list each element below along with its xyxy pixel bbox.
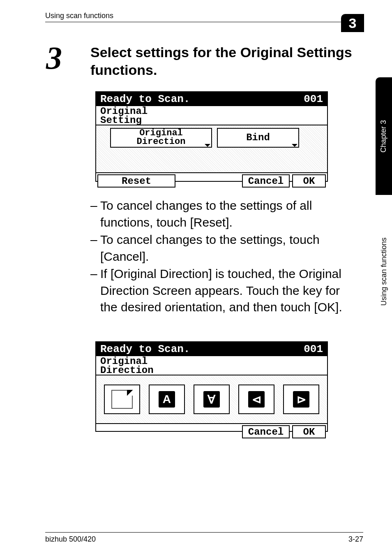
chapter-badge: 3: [341, 14, 364, 32]
dash-icon: –: [90, 197, 100, 231]
lcd-titlebar: Ready to Scan. 001: [96, 92, 327, 106]
side-tab-chapter: Chapter 3: [376, 77, 392, 195]
ok-button[interactable]: OK: [292, 425, 326, 438]
instruction-list: – To cancel changes to the settings of a…: [90, 197, 359, 317]
page-portrait-icon: [111, 390, 133, 409]
page-header: Using scan functions 3: [45, 12, 363, 22]
lcd-subtitle-line2: Setting: [100, 116, 323, 125]
lcd-footer: Reset Cancel OK: [96, 172, 327, 189]
reset-button[interactable]: Reset: [97, 174, 175, 188]
lcd-body: Original Direction Bind: [96, 125, 327, 172]
original-direction-label-2: Direction: [137, 138, 186, 146]
lcd-panel-original-setting: Ready to Scan. 001 Original Setting Orig…: [95, 91, 328, 182]
lcd-title-left: Ready to Scan.: [100, 93, 190, 105]
lcd-title-right: 001: [304, 343, 323, 355]
lcd-body-orientation-row: A ∀ ⊲ ⊳: [96, 375, 327, 423]
orientation-option-a-down[interactable]: ∀: [194, 385, 230, 414]
reset-button-label: Reset: [122, 176, 151, 187]
cancel-button-label: Cancel: [248, 426, 284, 438]
list-item-text: To cancel changes to the settings of all…: [100, 197, 359, 231]
list-item-text: If [Original Direction] is touched, the …: [100, 266, 359, 316]
lcd-subtitle: Original Setting: [96, 106, 327, 125]
ok-button[interactable]: OK: [292, 174, 326, 188]
ok-button-label: OK: [303, 176, 315, 187]
cancel-button-label: Cancel: [248, 176, 284, 187]
lcd-titlebar: Ready to Scan. 001: [96, 342, 327, 356]
dropdown-indicator-icon: [205, 141, 210, 147]
lcd-footer: Cancel OK: [96, 423, 327, 440]
breadcrumb: Using scan functions: [45, 12, 113, 20]
bind-button[interactable]: Bind: [217, 128, 299, 148]
lcd-title-left: Ready to Scan.: [100, 343, 190, 355]
letter-right-icon: ⊳: [293, 391, 309, 408]
cancel-button[interactable]: Cancel: [242, 425, 290, 438]
orientation-option-portrait[interactable]: [104, 385, 140, 414]
bind-button-label: Bind: [246, 133, 270, 143]
dash-icon: –: [90, 232, 100, 265]
letter-down-icon: ∀: [203, 391, 220, 408]
list-item-text: To cancel changes to the settings, touch…: [100, 232, 359, 265]
list-item: – To cancel changes to the settings of a…: [90, 197, 359, 231]
dash-icon: –: [90, 266, 100, 316]
letter-left-icon: ⊲: [248, 391, 265, 408]
list-item: – To cancel changes to the settings, tou…: [90, 232, 359, 265]
lcd-subtitle: Original Direction: [96, 356, 327, 375]
cancel-button[interactable]: Cancel: [242, 174, 290, 188]
side-tab-section-label: Using scan functions: [380, 237, 388, 306]
ok-button-label: OK: [303, 426, 315, 438]
step-number: 3: [46, 39, 62, 76]
dropdown-indicator-icon: [292, 141, 297, 147]
lcd-panel-original-direction: Ready to Scan. 001 Original Direction A …: [95, 341, 328, 432]
original-direction-button[interactable]: Original Direction: [110, 128, 212, 148]
lcd-subtitle-line2: Direction: [100, 366, 323, 375]
side-tab-chapter-label: Chapter 3: [380, 120, 388, 152]
footer-left: bizhub 500/420: [45, 535, 96, 544]
step-title: Select settings for the Original Setting…: [90, 44, 359, 79]
letter-up-icon: A: [159, 391, 175, 408]
footer-right: 3-27: [348, 535, 363, 544]
page-footer: bizhub 500/420 3-27: [45, 532, 363, 544]
lcd-title-right: 001: [304, 93, 323, 105]
side-tab-section: Using scan functions: [376, 196, 392, 347]
list-item: – If [Original Direction] is touched, th…: [90, 266, 359, 316]
orientation-option-a-right[interactable]: ⊳: [283, 385, 319, 414]
orientation-option-a-up[interactable]: A: [149, 385, 185, 414]
orientation-option-a-left[interactable]: ⊲: [238, 385, 274, 414]
